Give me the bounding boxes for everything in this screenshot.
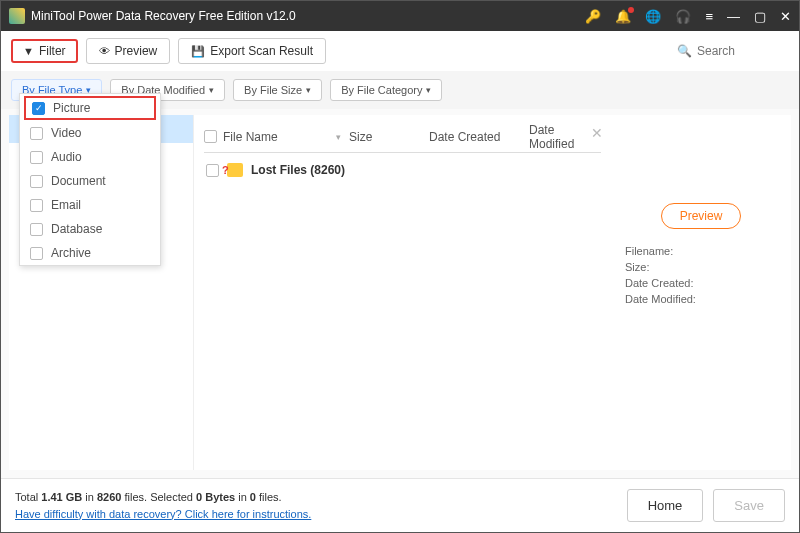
app-title: MiniTool Power Data Recovery Free Editio… (31, 9, 585, 23)
col-label: Size (349, 130, 372, 144)
bell-icon[interactable]: 🔔 (615, 9, 631, 24)
footer: Total 1.41 GB in 8260 files. Selected 0 … (1, 478, 799, 532)
app-icon (9, 8, 25, 24)
search-input[interactable] (697, 44, 777, 58)
export-label: Export Scan Result (210, 44, 313, 58)
chip-by-file-category[interactable]: By File Category▾ (330, 79, 442, 101)
t: Total (15, 491, 41, 503)
save-icon: 💾 (191, 45, 205, 58)
checkbox-icon (30, 247, 43, 260)
notification-dot (628, 7, 634, 13)
checkbox-icon (30, 175, 43, 188)
checkbox-icon (30, 127, 43, 140)
preview-label: Preview (115, 44, 158, 58)
table-row[interactable]: ? Lost Files (8260) (204, 153, 601, 177)
dropdown-label: Email (51, 198, 81, 212)
col-size[interactable]: Size (349, 130, 429, 144)
filter-label: Filter (39, 44, 66, 58)
eye-icon: 👁 (99, 45, 110, 57)
dropdown-item-archive[interactable]: Archive (20, 241, 160, 265)
file-list-panel: ✕ File Name▾ Size Date Created Date Modi… (194, 115, 611, 470)
meta-filename: Filename: (625, 245, 777, 257)
chip-label: By File Category (341, 84, 422, 96)
chevron-down-icon: ▾ (209, 85, 214, 95)
checkbox-icon (30, 151, 43, 164)
dropdown-label: Archive (51, 246, 91, 260)
folder-icon: ? (227, 163, 243, 177)
t: files. (256, 491, 282, 503)
search-box[interactable]: 🔍 (669, 40, 789, 62)
col-date-created[interactable]: Date Created (429, 130, 529, 144)
menu-icon[interactable]: ≡ (705, 9, 713, 24)
selected-size: 0 Bytes (196, 491, 235, 503)
titlebar: MiniTool Power Data Recovery Free Editio… (1, 1, 799, 31)
meta-date-modified: Date Modified: (625, 293, 777, 305)
question-mark-icon: ? (222, 164, 229, 176)
minimize-icon[interactable]: — (727, 9, 740, 24)
checkbox-checked-icon: ✓ (32, 102, 45, 115)
chevron-down-icon: ▾ (306, 85, 311, 95)
preview-button[interactable]: 👁Preview (86, 38, 171, 64)
dropdown-label: Document (51, 174, 106, 188)
row-checkbox[interactable] (206, 164, 219, 177)
help-link[interactable]: Have difficulty with data recovery? Clic… (15, 506, 311, 523)
checkbox-icon (30, 223, 43, 236)
chip-by-file-size[interactable]: By File Size▾ (233, 79, 322, 101)
table-header: File Name▾ Size Date Created Date Modifi… (204, 121, 601, 153)
dropdown-label: Audio (51, 150, 82, 164)
footer-buttons: Home Save (627, 489, 785, 522)
file-name-text: Lost Files (8260) (251, 163, 345, 177)
total-files: 8260 (97, 491, 121, 503)
t: files. Selected (121, 491, 196, 503)
col-label: File Name (223, 130, 278, 144)
home-button[interactable]: Home (627, 489, 704, 522)
key-icon[interactable]: 🔑 (585, 9, 601, 24)
maximize-icon[interactable]: ▢ (754, 9, 766, 24)
chip-label: By File Size (244, 84, 302, 96)
select-all-checkbox[interactable] (204, 130, 217, 143)
col-file-name[interactable]: File Name▾ (204, 130, 349, 144)
filter-button[interactable]: ▼Filter (11, 39, 78, 63)
total-size: 1.41 GB (41, 491, 82, 503)
meta-size: Size: (625, 261, 777, 273)
dropdown-item-audio[interactable]: Audio (20, 145, 160, 169)
checkbox-icon (30, 199, 43, 212)
titlebar-controls: 🔑 🔔 🌐 🎧 ≡ — ▢ ✕ (585, 9, 791, 24)
dropdown-item-document[interactable]: Document (20, 169, 160, 193)
t: in (82, 491, 97, 503)
globe-icon[interactable]: 🌐 (645, 9, 661, 24)
close-icon[interactable]: ✕ (780, 9, 791, 24)
export-button[interactable]: 💾Export Scan Result (178, 38, 326, 64)
preview-file-button[interactable]: Preview (661, 203, 742, 229)
dropdown-item-picture[interactable]: ✓Picture (24, 96, 156, 120)
headphones-icon[interactable]: 🎧 (675, 9, 691, 24)
details-panel: Preview Filename: Size: Date Created: Da… (611, 115, 791, 470)
col-label: Date Created (429, 130, 500, 144)
save-button[interactable]: Save (713, 489, 785, 522)
dropdown-item-database[interactable]: Database (20, 217, 160, 241)
dropdown-label: Picture (53, 101, 90, 115)
dropdown-item-video[interactable]: Video (20, 121, 160, 145)
footer-summary: Total 1.41 GB in 8260 files. Selected 0 … (15, 489, 311, 522)
sort-icon: ▾ (336, 132, 341, 142)
meta-date-created: Date Created: (625, 277, 777, 289)
close-panel-icon[interactable]: ✕ (591, 125, 603, 141)
search-icon: 🔍 (677, 44, 692, 58)
chevron-down-icon: ▾ (426, 85, 431, 95)
dropdown-label: Video (51, 126, 81, 140)
toolbar: ▼Filter 👁Preview 💾Export Scan Result 🔍 (1, 31, 799, 71)
t: in (235, 491, 250, 503)
file-type-dropdown: ✓Picture Video Audio Document Email Data… (19, 93, 161, 266)
filter-icon: ▼ (23, 45, 34, 57)
dropdown-label: Database (51, 222, 102, 236)
dropdown-item-email[interactable]: Email (20, 193, 160, 217)
